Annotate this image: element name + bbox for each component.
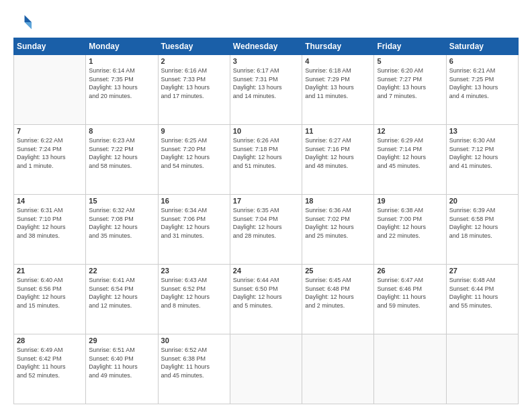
day-number: 28 bbox=[17, 336, 83, 345]
calendar-cell: 13Sunrise: 6:30 AM Sunset: 7:12 PM Dayli… bbox=[446, 125, 518, 195]
day-number: 24 bbox=[233, 267, 299, 275]
calendar-week-row: 7Sunrise: 6:22 AM Sunset: 7:24 PM Daylig… bbox=[14, 125, 519, 195]
day-info: Sunrise: 6:22 AM Sunset: 7:24 PM Dayligh… bbox=[17, 136, 83, 170]
day-number: 8 bbox=[89, 127, 154, 135]
day-info: Sunrise: 6:18 AM Sunset: 7:29 PM Dayligh… bbox=[305, 66, 371, 100]
day-number: 25 bbox=[305, 267, 371, 275]
calendar-cell: 6Sunrise: 6:21 AM Sunset: 7:25 PM Daylig… bbox=[446, 55, 518, 125]
day-info: Sunrise: 6:49 AM Sunset: 6:42 PM Dayligh… bbox=[17, 346, 83, 379]
calendar-cell: 12Sunrise: 6:29 AM Sunset: 7:14 PM Dayli… bbox=[374, 125, 446, 195]
calendar-cell: 15Sunrise: 6:32 AM Sunset: 7:08 PM Dayli… bbox=[86, 195, 158, 265]
day-info: Sunrise: 6:47 AM Sunset: 6:46 PM Dayligh… bbox=[377, 276, 443, 310]
day-info: Sunrise: 6:21 AM Sunset: 7:25 PM Dayligh… bbox=[449, 66, 515, 100]
calendar-cell: 29Sunrise: 6:51 AM Sunset: 6:40 PM Dayli… bbox=[86, 334, 158, 404]
calendar-cell: 7Sunrise: 6:22 AM Sunset: 7:24 PM Daylig… bbox=[14, 125, 86, 195]
day-number: 17 bbox=[233, 197, 299, 205]
day-number: 14 bbox=[17, 197, 83, 205]
page: SundayMondayTuesdayWednesdayThursdayFrid… bbox=[0, 0, 532, 411]
header bbox=[13, 12, 519, 32]
calendar-cell: 21Sunrise: 6:40 AM Sunset: 6:56 PM Dayli… bbox=[14, 265, 86, 334]
day-number: 27 bbox=[449, 267, 515, 275]
day-number: 23 bbox=[161, 267, 227, 275]
day-info: Sunrise: 6:40 AM Sunset: 6:56 PM Dayligh… bbox=[17, 276, 83, 310]
calendar-cell: 24Sunrise: 6:44 AM Sunset: 6:50 PM Dayli… bbox=[230, 265, 302, 334]
day-info: Sunrise: 6:25 AM Sunset: 7:20 PM Dayligh… bbox=[161, 136, 227, 170]
calendar-cell: 8Sunrise: 6:23 AM Sunset: 7:22 PM Daylig… bbox=[86, 125, 158, 195]
calendar-day-header: Saturday bbox=[446, 38, 518, 55]
svg-marker-0 bbox=[25, 15, 32, 23]
day-info: Sunrise: 6:20 AM Sunset: 7:27 PM Dayligh… bbox=[377, 66, 443, 100]
day-info: Sunrise: 6:17 AM Sunset: 7:31 PM Dayligh… bbox=[233, 66, 299, 100]
day-number: 18 bbox=[305, 197, 371, 205]
calendar-cell bbox=[446, 334, 518, 404]
calendar-week-row: 21Sunrise: 6:40 AM Sunset: 6:56 PM Dayli… bbox=[14, 265, 519, 334]
calendar-cell bbox=[374, 334, 446, 404]
day-info: Sunrise: 6:26 AM Sunset: 7:18 PM Dayligh… bbox=[233, 136, 299, 170]
calendar-cell: 26Sunrise: 6:47 AM Sunset: 6:46 PM Dayli… bbox=[374, 265, 446, 334]
day-info: Sunrise: 6:45 AM Sunset: 6:48 PM Dayligh… bbox=[305, 276, 371, 310]
day-info: Sunrise: 6:41 AM Sunset: 6:54 PM Dayligh… bbox=[89, 276, 154, 310]
day-info: Sunrise: 6:27 AM Sunset: 7:16 PM Dayligh… bbox=[305, 136, 371, 170]
day-number: 13 bbox=[449, 127, 515, 135]
day-number: 20 bbox=[449, 197, 515, 205]
day-info: Sunrise: 6:14 AM Sunset: 7:35 PM Dayligh… bbox=[89, 66, 154, 100]
calendar-week-row: 28Sunrise: 6:49 AM Sunset: 6:42 PM Dayli… bbox=[14, 334, 519, 404]
calendar-cell: 1Sunrise: 6:14 AM Sunset: 7:35 PM Daylig… bbox=[86, 55, 158, 125]
day-info: Sunrise: 6:30 AM Sunset: 7:12 PM Dayligh… bbox=[449, 136, 515, 170]
calendar-day-header: Monday bbox=[86, 38, 158, 55]
svg-marker-1 bbox=[25, 22, 32, 30]
calendar-cell: 28Sunrise: 6:49 AM Sunset: 6:42 PM Dayli… bbox=[14, 334, 86, 404]
calendar-cell: 18Sunrise: 6:36 AM Sunset: 7:02 PM Dayli… bbox=[302, 195, 374, 265]
calendar-week-row: 1Sunrise: 6:14 AM Sunset: 7:35 PM Daylig… bbox=[14, 55, 519, 125]
day-number: 21 bbox=[17, 267, 83, 275]
calendar-cell bbox=[230, 334, 302, 404]
calendar-cell: 9Sunrise: 6:25 AM Sunset: 7:20 PM Daylig… bbox=[158, 125, 230, 195]
day-number: 7 bbox=[17, 127, 83, 135]
day-info: Sunrise: 6:29 AM Sunset: 7:14 PM Dayligh… bbox=[377, 136, 443, 170]
calendar-cell bbox=[14, 55, 86, 125]
calendar-cell: 10Sunrise: 6:26 AM Sunset: 7:18 PM Dayli… bbox=[230, 125, 302, 195]
calendar-cell: 23Sunrise: 6:43 AM Sunset: 6:52 PM Dayli… bbox=[158, 265, 230, 334]
day-number: 11 bbox=[305, 127, 371, 135]
calendar-cell: 14Sunrise: 6:31 AM Sunset: 7:10 PM Dayli… bbox=[14, 195, 86, 265]
day-number: 9 bbox=[161, 127, 227, 135]
day-number: 19 bbox=[377, 197, 443, 205]
calendar-cell: 16Sunrise: 6:34 AM Sunset: 7:06 PM Dayli… bbox=[158, 195, 230, 265]
calendar-header-row: SundayMondayTuesdayWednesdayThursdayFrid… bbox=[14, 38, 519, 55]
day-number: 22 bbox=[89, 267, 154, 275]
day-number: 15 bbox=[89, 197, 154, 205]
day-info: Sunrise: 6:51 AM Sunset: 6:40 PM Dayligh… bbox=[89, 346, 154, 379]
day-number: 3 bbox=[233, 57, 299, 65]
calendar-cell: 4Sunrise: 6:18 AM Sunset: 7:29 PM Daylig… bbox=[302, 55, 374, 125]
calendar-cell: 17Sunrise: 6:35 AM Sunset: 7:04 PM Dayli… bbox=[230, 195, 302, 265]
day-info: Sunrise: 6:35 AM Sunset: 7:04 PM Dayligh… bbox=[233, 206, 299, 240]
day-info: Sunrise: 6:43 AM Sunset: 6:52 PM Dayligh… bbox=[161, 276, 227, 310]
day-number: 2 bbox=[161, 57, 227, 65]
day-number: 4 bbox=[305, 57, 371, 65]
calendar-cell: 3Sunrise: 6:17 AM Sunset: 7:31 PM Daylig… bbox=[230, 55, 302, 125]
calendar-cell: 2Sunrise: 6:16 AM Sunset: 7:33 PM Daylig… bbox=[158, 55, 230, 125]
day-number: 10 bbox=[233, 127, 299, 135]
day-info: Sunrise: 6:23 AM Sunset: 7:22 PM Dayligh… bbox=[89, 136, 154, 170]
calendar-cell: 20Sunrise: 6:39 AM Sunset: 6:58 PM Dayli… bbox=[446, 195, 518, 265]
calendar-day-header: Tuesday bbox=[158, 38, 230, 55]
day-number: 16 bbox=[161, 197, 227, 205]
day-info: Sunrise: 6:36 AM Sunset: 7:02 PM Dayligh… bbox=[305, 206, 371, 240]
day-number: 30 bbox=[161, 336, 227, 345]
day-info: Sunrise: 6:39 AM Sunset: 6:58 PM Dayligh… bbox=[449, 206, 515, 240]
calendar-table: SundayMondayTuesdayWednesdayThursdayFrid… bbox=[13, 38, 519, 404]
calendar-day-header: Wednesday bbox=[230, 38, 302, 55]
day-number: 29 bbox=[89, 336, 154, 345]
logo-icon bbox=[13, 12, 34, 32]
day-info: Sunrise: 6:34 AM Sunset: 7:06 PM Dayligh… bbox=[161, 206, 227, 240]
day-number: 6 bbox=[449, 57, 515, 65]
day-info: Sunrise: 6:38 AM Sunset: 7:00 PM Dayligh… bbox=[377, 206, 443, 240]
day-info: Sunrise: 6:52 AM Sunset: 6:38 PM Dayligh… bbox=[161, 346, 227, 379]
day-info: Sunrise: 6:31 AM Sunset: 7:10 PM Dayligh… bbox=[17, 206, 83, 240]
calendar-cell: 11Sunrise: 6:27 AM Sunset: 7:16 PM Dayli… bbox=[302, 125, 374, 195]
calendar-day-header: Thursday bbox=[302, 38, 374, 55]
day-info: Sunrise: 6:16 AM Sunset: 7:33 PM Dayligh… bbox=[161, 66, 227, 100]
day-number: 12 bbox=[377, 127, 443, 135]
day-info: Sunrise: 6:44 AM Sunset: 6:50 PM Dayligh… bbox=[233, 276, 299, 310]
calendar-cell: 22Sunrise: 6:41 AM Sunset: 6:54 PM Dayli… bbox=[86, 265, 158, 334]
